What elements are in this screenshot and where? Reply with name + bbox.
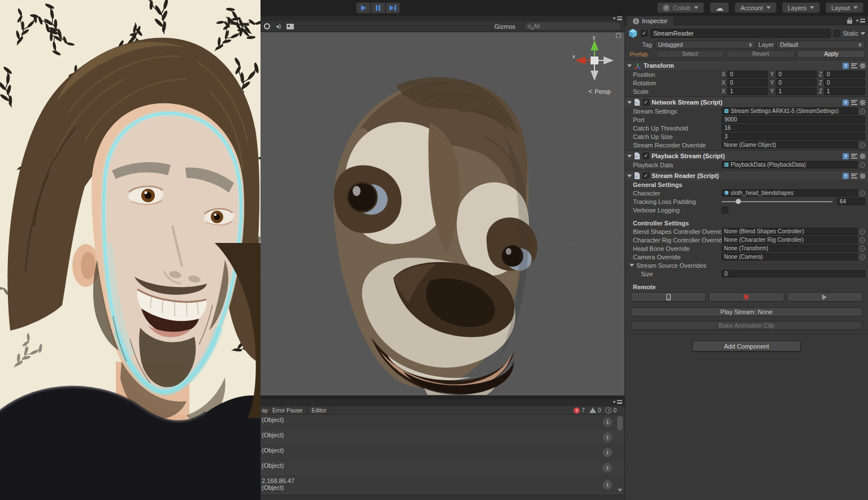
gear-icon[interactable] bbox=[860, 153, 866, 159]
static-checkbox[interactable] bbox=[834, 30, 840, 37]
record-button[interactable] bbox=[709, 292, 784, 302]
effects-toggle[interactable] bbox=[287, 24, 294, 29]
bake-animation-clip-button[interactable]: Bake Animation Clip bbox=[631, 321, 862, 330]
blend-shapes-controller-object-field[interactable]: None (Blend Shapes Controller) bbox=[722, 228, 858, 235]
scale-z-field[interactable]: 1 bbox=[824, 88, 865, 95]
object-picker-icon[interactable] bbox=[860, 229, 865, 234]
layout-dropdown[interactable]: Layout bbox=[826, 2, 863, 13]
preset-icon[interactable] bbox=[851, 100, 857, 105]
account-dropdown[interactable]: Account bbox=[735, 2, 776, 13]
object-picker-icon[interactable] bbox=[860, 142, 865, 148]
scale-x-field[interactable]: 1 bbox=[727, 88, 768, 95]
add-component-button[interactable]: Add Component bbox=[692, 341, 801, 351]
rotation-z-field[interactable]: 0 bbox=[824, 79, 865, 86]
audio-toggle[interactable]: ◂) bbox=[276, 23, 281, 30]
preset-icon[interactable] bbox=[851, 173, 857, 179]
lock-icon[interactable] bbox=[847, 20, 852, 24]
foldout-icon[interactable] bbox=[627, 64, 632, 67]
scene-search-input[interactable]: All bbox=[524, 22, 621, 31]
log-entry[interactable]: (Object) 1 bbox=[261, 460, 624, 476]
foldout-icon[interactable] bbox=[627, 175, 632, 177]
info-count-toggle[interactable]: ! 0 bbox=[605, 407, 617, 414]
device-connect-button[interactable] bbox=[631, 292, 706, 302]
tab-inspector[interactable]: i Inspector bbox=[627, 16, 673, 25]
active-checkbox[interactable]: ✓ bbox=[641, 30, 648, 37]
tracking-loss-padding-field[interactable]: 64 bbox=[837, 198, 865, 205]
help-icon[interactable]: ? bbox=[843, 153, 849, 159]
size-field[interactable]: 0 bbox=[722, 270, 865, 277]
log-entry[interactable]: (Object) 1 bbox=[261, 445, 624, 460]
component-enabled-checkbox[interactable]: ✓ bbox=[643, 99, 649, 106]
preset-icon[interactable] bbox=[851, 63, 857, 68]
pause-button[interactable] bbox=[371, 2, 385, 14]
scrollbar-thumb[interactable] bbox=[617, 416, 623, 431]
tracking-loss-padding-slider[interactable] bbox=[722, 201, 832, 202]
catch-up-threshold-field[interactable]: 16 bbox=[722, 124, 865, 132]
object-picker-icon[interactable] bbox=[860, 246, 865, 251]
play-button[interactable] bbox=[356, 2, 371, 14]
head-bone-object-field[interactable]: None (Transform) bbox=[722, 245, 858, 252]
port-field[interactable]: 9000 bbox=[722, 116, 865, 123]
object-picker-icon[interactable] bbox=[860, 108, 865, 114]
help-icon[interactable]: ? bbox=[843, 173, 849, 179]
position-y-field[interactable]: 0 bbox=[776, 71, 817, 78]
playback-data-object-field[interactable]: PlaybackData (PlaybackData) bbox=[722, 161, 858, 168]
log-entry[interactable]: (Object) 1 bbox=[261, 415, 624, 430]
scene-orientation-gizmo[interactable]: y x bbox=[572, 36, 617, 85]
perspective-toggle[interactable]: < Persp bbox=[588, 88, 611, 95]
object-picker-icon[interactable] bbox=[860, 237, 865, 243]
foldout-icon[interactable] bbox=[627, 101, 632, 104]
scene-panel-menu[interactable] bbox=[613, 16, 622, 20]
stream-reader-header[interactable]: # ✓ Stream Reader (Script) ? bbox=[625, 171, 868, 180]
stream-source-overrides-row[interactable]: Stream Source Overrides bbox=[625, 261, 868, 269]
inspector-panel-menu[interactable] bbox=[856, 19, 865, 23]
playback-stream-header[interactable]: # ✓ Playback Stream (Script) ? bbox=[625, 151, 868, 160]
error-count-toggle[interactable]: ! 7 bbox=[574, 407, 585, 414]
object-picker-icon[interactable] bbox=[860, 190, 865, 196]
scene-viewport[interactable]: y x < Persp bbox=[261, 32, 624, 395]
preset-icon[interactable] bbox=[851, 154, 857, 159]
rotation-y-field[interactable]: 0 bbox=[776, 79, 817, 86]
camera-object-field[interactable]: None (Camera) bbox=[722, 253, 858, 260]
stream-recorder-object-field[interactable]: None (Game Object) bbox=[722, 141, 858, 149]
catch-up-size-field[interactable]: 3 bbox=[722, 133, 865, 140]
layers-dropdown[interactable]: Layers bbox=[782, 2, 820, 13]
collab-button[interactable]: ✓ Collab bbox=[657, 2, 704, 13]
network-stream-header[interactable]: # ✓ Network Stream (Script) ? bbox=[625, 98, 868, 107]
log-entry[interactable]: 2.168.86.47 (Object) 1 bbox=[261, 476, 624, 493]
warning-count-toggle[interactable]: 0 bbox=[589, 407, 601, 414]
error-pause-toggle[interactable]: Error Pause bbox=[268, 406, 307, 415]
prefab-apply-button[interactable]: Apply bbox=[797, 50, 865, 58]
editor-dropdown[interactable]: Editor bbox=[307, 406, 333, 415]
scroll-down-arrow[interactable] bbox=[618, 489, 622, 492]
console-panel-menu[interactable] bbox=[613, 400, 622, 404]
console-scrollbar[interactable] bbox=[616, 415, 623, 493]
play-stream-button[interactable]: Play Stream: None bbox=[631, 307, 862, 316]
character-rig-controller-object-field[interactable]: None (Character Rig Controller) bbox=[722, 236, 858, 244]
scale-y-field[interactable]: 1 bbox=[776, 88, 817, 95]
cloud-button[interactable]: ☁ bbox=[710, 2, 729, 13]
prefab-select-button[interactable]: Select bbox=[656, 50, 724, 58]
help-icon[interactable]: ? bbox=[843, 99, 849, 106]
foldout-icon[interactable] bbox=[630, 264, 634, 267]
stream-settings-object-field[interactable]: Stream Settings ARKit1-5 (StreamSettings… bbox=[722, 107, 858, 115]
log-entry[interactable]: (Object) 1 bbox=[261, 430, 624, 445]
clear-on-play-toggle[interactable]: Clear on Play bbox=[262, 407, 268, 414]
gear-icon[interactable] bbox=[860, 173, 866, 179]
lighting-toggle[interactable] bbox=[264, 23, 270, 29]
position-z-field[interactable]: 0 bbox=[824, 71, 865, 78]
component-enabled-checkbox[interactable]: ✓ bbox=[643, 153, 649, 159]
object-picker-icon[interactable] bbox=[860, 162, 865, 168]
character-object-field[interactable]: sloth_head_blendshapes bbox=[722, 189, 858, 197]
transform-header[interactable]: Transform ? bbox=[625, 61, 868, 70]
lock-icon[interactable] bbox=[616, 33, 621, 38]
gear-icon[interactable] bbox=[860, 63, 866, 69]
component-enabled-checkbox[interactable]: ✓ bbox=[643, 172, 649, 179]
playback-button[interactable] bbox=[787, 292, 862, 302]
gear-icon[interactable] bbox=[860, 99, 866, 106]
tag-dropdown[interactable]: Untagged bbox=[655, 41, 756, 49]
rotation-x-field[interactable]: 0 bbox=[727, 79, 768, 86]
help-icon[interactable]: ? bbox=[843, 63, 849, 69]
slider-thumb[interactable] bbox=[736, 199, 741, 204]
verbose-logging-checkbox[interactable] bbox=[722, 207, 728, 214]
